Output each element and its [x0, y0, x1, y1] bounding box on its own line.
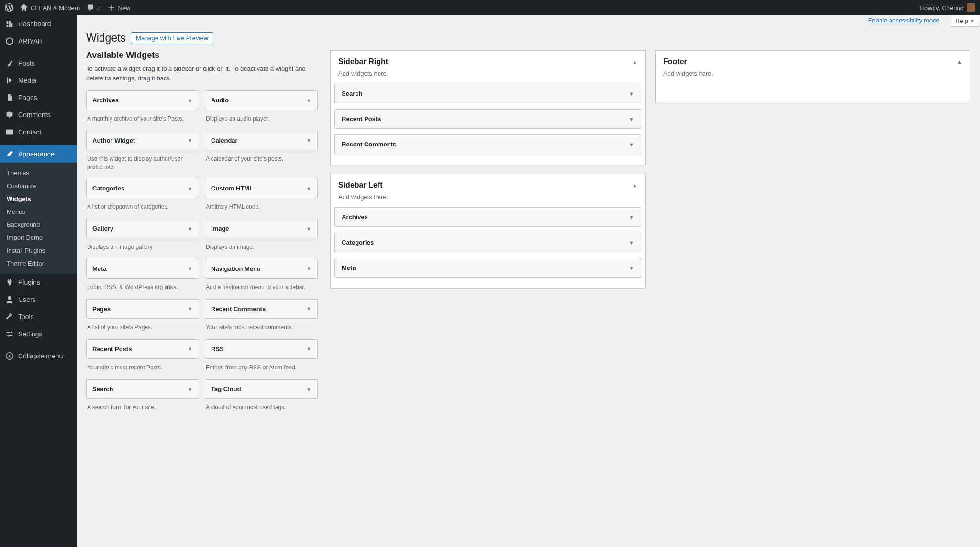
page-title: Widgets — [86, 32, 126, 45]
collapse-icon — [5, 351, 14, 361]
widget-name: Calendar — [211, 137, 238, 144]
pin-icon — [5, 58, 14, 68]
howdy-account-link[interactable]: Howdy, Cheung — [920, 3, 975, 12]
menu-ariyah[interactable]: ARIYAH — [0, 33, 77, 50]
widget-description: Add a navigation menu to your sidebar. — [205, 279, 318, 293]
comments-link[interactable]: 0 — [87, 4, 100, 11]
menu-appearance[interactable]: Appearance — [0, 145, 77, 163]
submenu-customize[interactable]: Customize — [0, 179, 77, 192]
menu-media[interactable]: Media — [0, 72, 77, 89]
chevron-up-icon[interactable]: ▲ — [632, 182, 637, 188]
widget-handle[interactable]: Recent Posts ▼ — [86, 339, 199, 359]
widget-description: Login, RSS, & WordPress.org links. — [86, 279, 199, 293]
widget-name: Categories — [342, 239, 374, 246]
widget-description: A list of your site's Pages. — [86, 319, 199, 334]
submenu-menus[interactable]: Menus — [0, 205, 77, 218]
menu-posts[interactable]: Posts — [0, 55, 77, 72]
widget-handle[interactable]: Categories ▼ — [86, 179, 199, 198]
widget-handle[interactable]: Navigation Menu ▼ — [205, 259, 318, 279]
accessibility-mode-link[interactable]: Enable accessibility mode — [860, 15, 947, 27]
chevron-up-icon[interactable]: ▲ — [632, 59, 637, 65]
page-icon — [5, 93, 14, 102]
submenu-widgets[interactable]: Widgets — [0, 192, 77, 205]
widget-area-desc: Add widgets here. — [331, 66, 645, 84]
widget-name: Recent Posts — [342, 115, 381, 123]
widget-handle[interactable]: Custom HTML ▼ — [205, 179, 318, 198]
live-preview-button[interactable]: Manage with Live Preview — [131, 32, 213, 44]
submenu-background[interactable]: Background — [0, 218, 77, 231]
widget-name: Tag Cloud — [211, 385, 241, 392]
menu-pages[interactable]: Pages — [0, 89, 77, 106]
collapse-menu[interactable]: Collapse menu — [0, 347, 77, 365]
widget-handle[interactable]: Gallery ▼ — [86, 219, 199, 238]
widget-area-sidebar-left: Sidebar Left▲ Add widgets here. Archives… — [330, 174, 646, 289]
available-widget: Pages ▼ A list of your site's Pages. — [86, 299, 199, 334]
placed-widget[interactable]: Recent Comments▼ — [334, 134, 641, 154]
placed-widget[interactable]: Categories▼ — [334, 233, 641, 252]
new-content-link[interactable]: New — [108, 4, 131, 11]
submenu-import-demo[interactable]: Import Demo — [0, 231, 77, 244]
widget-handle[interactable]: Image ▼ — [205, 219, 318, 238]
placed-widget[interactable]: Search▼ — [334, 84, 641, 103]
widget-name: Search — [342, 90, 362, 97]
submenu-install-plugins[interactable]: Install Plugins — [0, 244, 77, 257]
widget-name: Meta — [342, 264, 356, 271]
widget-name: Archives — [92, 97, 119, 104]
widget-area-sidebar-right: Sidebar Right▲ Add widgets here. Search▼… — [330, 50, 646, 165]
widget-handle[interactable]: Author Widget ▼ — [86, 131, 199, 150]
available-widget: Navigation Menu ▼ Add a navigation menu … — [205, 259, 318, 293]
admin-bar: CLEAN & Modern 0 New Howdy, Cheung — [0, 0, 980, 15]
submenu-theme-editor[interactable]: Theme Editor — [0, 257, 77, 270]
chevron-down-icon: ▼ — [970, 18, 975, 23]
site-name-link[interactable]: CLEAN & Modern — [20, 4, 80, 11]
widget-handle[interactable]: Search ▼ — [86, 379, 199, 399]
available-widget: Gallery ▼ Displays an image gallery. — [86, 219, 199, 253]
main-content: Enable accessibility mode Help▼ Widgets … — [77, 15, 980, 547]
menu-settings[interactable]: Settings — [0, 325, 77, 343]
menu-dashboard[interactable]: Dashboard — [0, 15, 77, 33]
menu-plugins[interactable]: Plugins — [0, 274, 77, 291]
menu-contact[interactable]: Contact — [0, 123, 77, 141]
dashboard-icon — [5, 19, 14, 29]
widget-area-title: Sidebar Right — [338, 57, 388, 66]
chevron-down-icon: ▼ — [188, 386, 193, 392]
placed-widget[interactable]: Meta▼ — [334, 258, 641, 278]
widget-description: A list or dropdown of categories. — [86, 198, 199, 213]
chevron-down-icon: ▼ — [306, 226, 312, 232]
widget-description: Your site's most recent Posts. — [86, 359, 199, 374]
available-widgets-desc: To activate a widget drag it to a sideba… — [86, 64, 306, 83]
widget-handle[interactable]: Tag Cloud ▼ — [205, 379, 318, 399]
chevron-up-icon[interactable]: ▲ — [957, 59, 962, 65]
widget-handle[interactable]: Meta ▼ — [86, 259, 199, 279]
new-label: New — [118, 4, 131, 11]
menu-tools[interactable]: Tools — [0, 308, 77, 325]
widget-handle[interactable]: Calendar ▼ — [205, 131, 318, 150]
wp-logo[interactable] — [5, 3, 13, 12]
widget-area-desc: Add widgets here. — [331, 190, 645, 207]
widget-name: Recent Comments — [342, 141, 396, 148]
help-tab[interactable]: Help▼ — [950, 15, 980, 27]
widget-handle[interactable]: Audio ▼ — [205, 90, 318, 110]
widget-description: Displays an image gallery. — [86, 238, 199, 253]
widget-description: A monthly archive of your site's Posts. — [86, 110, 199, 125]
available-widget: Search ▼ A search form for your site. — [86, 379, 199, 413]
widget-description: Arbitrary HTML code. — [205, 198, 318, 213]
widget-description: A cloud of your most used tags. — [205, 399, 318, 413]
widget-handle[interactable]: Archives ▼ — [86, 90, 199, 110]
plug-icon — [5, 278, 14, 287]
menu-comments[interactable]: Comments — [0, 106, 77, 123]
widget-handle[interactable]: Pages ▼ — [86, 299, 199, 319]
submenu-themes[interactable]: Themes — [0, 167, 77, 179]
menu-users[interactable]: Users — [0, 291, 77, 308]
available-widget: Audio ▼ Displays an audio player. — [205, 90, 318, 125]
chevron-down-icon: ▼ — [306, 137, 312, 143]
widget-handle[interactable]: Recent Comments ▼ — [205, 299, 318, 319]
widget-name: Image — [211, 225, 229, 232]
plus-icon — [108, 4, 115, 11]
admin-sidebar: Dashboard ARIYAH Posts Media Pages Comme… — [0, 15, 77, 547]
chevron-down-icon: ▼ — [629, 142, 634, 147]
widget-handle[interactable]: RSS ▼ — [205, 339, 318, 359]
placed-widget[interactable]: Recent Posts▼ — [334, 109, 641, 129]
placed-widget[interactable]: Archives▼ — [334, 207, 641, 227]
widget-description: A calendar of your site's posts. — [205, 150, 318, 165]
